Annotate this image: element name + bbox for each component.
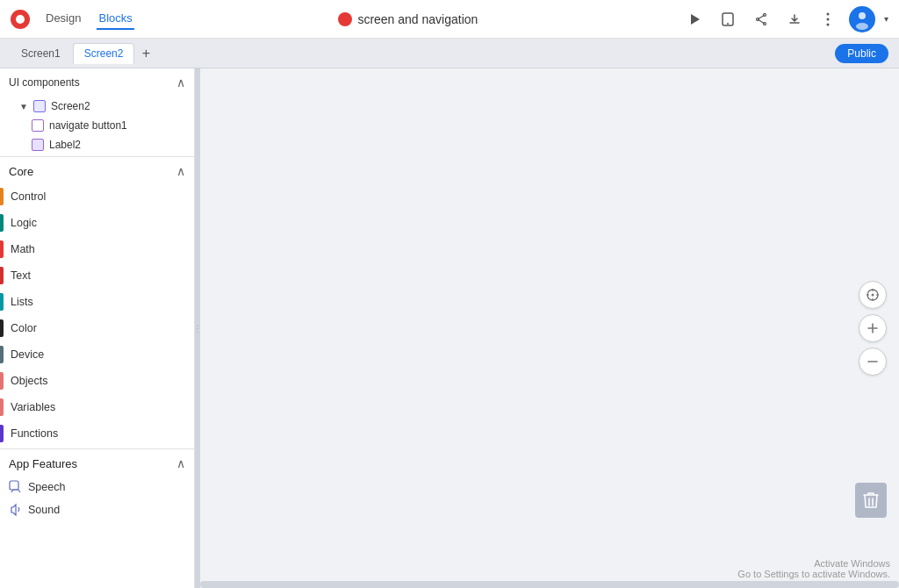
tab-blocks[interactable]: Blocks: [97, 8, 133, 30]
download-button[interactable]: [782, 7, 807, 32]
project-icon: [338, 12, 352, 26]
svg-marker-0: [691, 14, 700, 25]
svg-line-6: [758, 15, 765, 19]
block-item-control-label: Control: [11, 190, 46, 203]
svg-point-11: [859, 12, 866, 19]
add-screen-button[interactable]: +: [136, 44, 155, 63]
nav-center: screen and navigation: [148, 12, 668, 26]
svg-point-12: [856, 23, 868, 30]
text-color-bar: [0, 267, 4, 284]
control-color-bar: [0, 188, 4, 205]
svg-point-5: [757, 18, 759, 20]
block-item-device-label: Device: [11, 348, 44, 361]
tab-design[interactable]: Design: [44, 8, 83, 30]
variables-color-bar: [0, 398, 4, 416]
main-layout: UI components ∧ ▼ Screen2 navigate butto…: [0, 68, 899, 588]
zoom-in-button[interactable]: [859, 314, 887, 342]
device-preview-button[interactable]: [716, 7, 740, 32]
feature-item-speech[interactable]: Speech: [0, 476, 194, 498]
tree-item-screen2-label: Screen2: [51, 100, 90, 112]
screen-tabs-bar: Screen1 Screen2 + Public: [0, 39, 899, 68]
svg-point-10: [827, 23, 830, 25]
svg-point-15: [872, 294, 874, 297]
block-item-math-label: Math: [11, 243, 35, 255]
ui-components-label: UI components: [9, 76, 80, 89]
ui-components-header[interactable]: UI components ∧: [0, 68, 194, 97]
app-features-section: App Features ∧ Speech Sound: [0, 451, 194, 521]
svg-point-3: [764, 13, 766, 16]
label-icon: [32, 139, 44, 151]
more-options-button[interactable]: [816, 7, 840, 32]
block-item-logic[interactable]: Logic: [0, 210, 194, 236]
svg-rect-1: [723, 13, 733, 25]
block-item-color[interactable]: Color: [0, 315, 194, 341]
core-section: Core ∧ Control Logic Math Text Lists: [0, 159, 194, 447]
activate-windows-line1: Activate Windows: [737, 558, 890, 569]
block-item-lists-label: Lists: [11, 296, 33, 308]
feature-item-sound[interactable]: Sound: [0, 498, 194, 521]
block-item-variables-label: Variables: [11, 401, 55, 413]
block-item-objects[interactable]: Objects: [0, 368, 194, 394]
svg-point-8: [827, 12, 830, 15]
screen-tab-screen1[interactable]: Screen1: [11, 44, 71, 63]
lists-color-bar: [0, 293, 4, 311]
canvas-controls: [859, 281, 887, 376]
svg-rect-13: [10, 481, 18, 490]
run-button[interactable]: [682, 7, 707, 32]
speech-icon: [9, 480, 23, 494]
activate-windows-line2: Go to Settings to activate Windows.: [737, 569, 890, 579]
app-logo: [11, 10, 30, 29]
block-item-variables[interactable]: Variables: [0, 394, 194, 420]
project-title: screen and navigation: [357, 12, 478, 26]
tree-item-navigate-button1-label: navigate button1: [49, 119, 127, 132]
color-color-bar: [0, 319, 4, 337]
sound-icon: [9, 503, 23, 517]
top-nav: Design Blocks screen and navigation ▾: [0, 0, 899, 39]
avatar-chevron-icon[interactable]: ▾: [884, 14, 888, 24]
core-header[interactable]: Core ∧: [0, 159, 194, 183]
tree-item-navigate-button1[interactable]: navigate button1: [7, 116, 194, 135]
tree-item-label2[interactable]: Label2: [7, 135, 194, 154]
panel-divider-1: [0, 156, 194, 157]
block-item-control[interactable]: Control: [0, 183, 194, 210]
svg-point-9: [827, 18, 830, 20]
component-tree: ▼ Screen2 navigate button1 Label2: [0, 97, 194, 154]
block-item-functions[interactable]: Functions: [0, 420, 194, 447]
core-chevron-icon: ∧: [176, 164, 185, 178]
tree-item-screen2[interactable]: ▼ Screen2: [7, 97, 194, 116]
block-item-text-label: Text: [11, 269, 31, 282]
objects-color-bar: [0, 372, 4, 390]
delete-button[interactable]: [855, 483, 887, 518]
nav-actions: ▾: [682, 6, 888, 32]
svg-point-4: [764, 22, 766, 25]
svg-point-2: [727, 23, 729, 25]
feature-speech-label: Speech: [28, 481, 65, 493]
recenter-button[interactable]: [859, 281, 887, 309]
left-panel: UI components ∧ ▼ Screen2 navigate butto…: [0, 68, 195, 588]
zoom-out-button[interactable]: [859, 348, 887, 376]
app-features-header[interactable]: App Features ∧: [0, 451, 194, 476]
avatar[interactable]: [849, 6, 875, 32]
svg-line-7: [758, 19, 765, 24]
block-item-device[interactable]: Device: [0, 341, 194, 368]
public-button[interactable]: Public: [835, 44, 888, 63]
screen-tab-screen2[interactable]: Screen2: [73, 43, 135, 64]
block-item-text[interactable]: Text: [0, 262, 194, 289]
math-color-bar: [0, 240, 4, 258]
app-features-label: App Features: [9, 457, 77, 470]
block-item-color-label: Color: [11, 322, 37, 334]
app-features-chevron-icon: ∧: [176, 456, 185, 470]
block-item-lists[interactable]: Lists: [0, 289, 194, 315]
block-item-logic-label: Logic: [11, 217, 37, 229]
feature-sound-label: Sound: [28, 504, 60, 516]
screen-icon: [33, 100, 46, 112]
horizontal-scrollbar[interactable]: [200, 581, 899, 588]
canvas-area[interactable]: Activate Windows Go to Settings to activ…: [200, 68, 899, 588]
button-icon: [32, 119, 44, 132]
device-color-bar: [0, 346, 4, 363]
block-item-math[interactable]: Math: [0, 236, 194, 262]
core-label: Core: [9, 165, 33, 178]
share-button[interactable]: [749, 7, 773, 32]
block-item-functions-label: Functions: [11, 427, 58, 440]
block-item-objects-label: Objects: [11, 375, 47, 387]
